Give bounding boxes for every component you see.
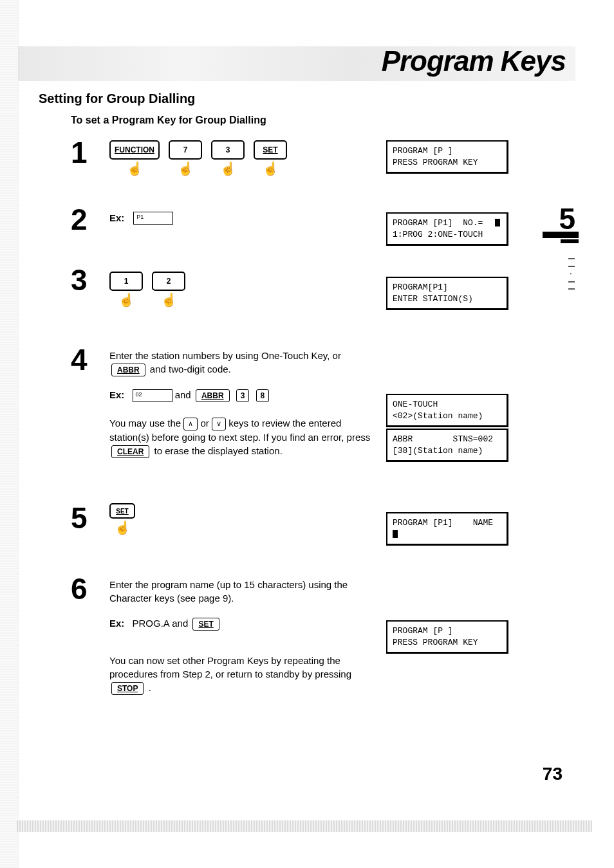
instruction-text: You may use the [109, 418, 183, 429]
edge-registration-marks: ⵏ ⵏ · ⵏ ⵏ [566, 257, 577, 291]
step-number: 5 [71, 503, 91, 533]
step-number: 3 [71, 265, 91, 295]
step-body: Enter the program name (up to 15 charact… [109, 574, 380, 701]
key-unit: SET ☝ [254, 140, 287, 175]
press-icon: ☝ [263, 162, 279, 175]
lcd-text: PROGRAM [P1] NAME [393, 518, 493, 528]
key-sequence: FUNCTION ☝ 7 ☝ 3 ☝ SET ☝ [109, 138, 287, 175]
press-icon: ☝ [220, 162, 236, 175]
clear-key[interactable]: CLEAR [111, 445, 149, 458]
lcd-display-1: PROGRAM [P ] PRESS PROGRAM KEY [386, 140, 508, 174]
key-unit: 7 ☝ [169, 140, 202, 175]
key-sequence: 1 ☝ 2 ☝ [109, 265, 185, 306]
key-label: SET [263, 145, 277, 154]
example-p1-key: P1 [133, 212, 173, 225]
set-key[interactable]: SET [109, 503, 135, 519]
press-icon: ☝ [178, 162, 194, 175]
step-2: 2 Ex: P1 [71, 205, 173, 234]
cursor-icon [495, 219, 500, 226]
instruction-text: Enter the station numbers by using One-T… [109, 350, 341, 361]
press-icon: ☝ [127, 162, 143, 175]
instruction-text: to erase the displayed station. [154, 445, 283, 456]
key-unit: SET ☝ [109, 503, 135, 534]
text: or [201, 418, 212, 429]
step-number: 2 [71, 205, 91, 234]
key-unit: 2 ☝ [152, 272, 185, 306]
key-label: SET [116, 508, 128, 515]
abbr-key[interactable]: ABBR [196, 389, 230, 402]
digit-8-key[interactable]: 8 [256, 389, 270, 402]
step-1: 1 FUNCTION ☝ 7 ☝ 3 ☝ SET ☝ [71, 138, 287, 175]
footer-band [17, 820, 592, 832]
lcd-display-4b: ABBR STNS=002 [38](Station name) [386, 429, 508, 462]
lcd-display-4a: ONE-TOUCH <02>(Station name) [386, 394, 508, 427]
example-text: PROG.A and [133, 618, 191, 629]
chapter-tab-number: 5 [559, 201, 575, 236]
step-3: 3 1 ☝ 2 ☝ [71, 265, 185, 306]
instruction-text: and two-digit code. [150, 364, 231, 374]
procedure-title: To set a Program Key for Group Dialling [71, 115, 266, 126]
step-number: 6 [71, 574, 91, 604]
example-label: Ex: [109, 618, 124, 629]
instruction-text: Enter the program name (up to 15 charact… [109, 578, 380, 605]
key-sequence: SET ☝ [109, 503, 135, 534]
page: Program Keys Setting for Group Dialling … [0, 0, 614, 868]
function-key[interactable]: FUNCTION [109, 140, 160, 160]
digit-7-key[interactable]: 7 [169, 140, 202, 160]
down-arrow-key[interactable]: ∨ [212, 418, 226, 430]
key-unit: 1 ☝ [109, 272, 143, 306]
example-label: Ex: [109, 211, 124, 225]
stop-key[interactable]: STOP [111, 682, 144, 695]
page-number: 73 [543, 764, 563, 784]
page-header-title: Program Keys [382, 45, 566, 77]
lcd-display-5: PROGRAM [P1] NAME [386, 512, 508, 546]
digit-2-key[interactable]: 2 [152, 272, 185, 291]
step-5: 5 SET ☝ [71, 503, 135, 534]
set-key[interactable]: SET [192, 618, 219, 631]
lcd-text: PROGRAM [P1] NO.= 1:PROG 2:ONE-TOUCH [393, 218, 483, 239]
key-label: FUNCTION [115, 145, 154, 154]
press-icon: ☝ [115, 521, 131, 534]
abbr-key[interactable]: ABBR [111, 364, 145, 376]
lcd-display-6: PROGRAM [P ] PRESS PROGRAM KEY [386, 620, 508, 654]
lcd-display-3: PROGRAM[P1] ENTER STATION(S) [386, 277, 508, 310]
press-icon: ☝ [118, 293, 135, 306]
chapter-tab-bar [561, 239, 579, 243]
step-body: Ex: P1 [109, 205, 173, 225]
chapter-tab-bar [543, 232, 579, 238]
step-6: 6 Enter the program name (up to 15 chara… [71, 574, 380, 701]
section-title: Setting for Group Dialling [39, 91, 195, 106]
example-02-key: 02 [133, 389, 172, 402]
instruction-text: You can now set other Program Keys by re… [109, 655, 351, 679]
digit-3-key[interactable]: 3 [211, 140, 245, 160]
digit-3-key[interactable]: 3 [236, 389, 250, 402]
step-body: Enter the station numbers by using One-T… [109, 345, 380, 465]
digit-1-key[interactable]: 1 [109, 272, 143, 291]
key-unit: FUNCTION ☝ [109, 140, 160, 175]
text: and [175, 389, 194, 400]
step-number: 4 [71, 345, 91, 374]
up-arrow-key[interactable]: ∧ [183, 418, 198, 430]
key-unit: 3 ☝ [211, 140, 245, 175]
press-icon: ☝ [161, 293, 177, 306]
scan-artifact-left [0, 0, 19, 868]
cursor-icon [393, 530, 398, 538]
step-number: 1 [71, 138, 91, 167]
lcd-display-2: PROGRAM [P1] NO.= 1:PROG 2:ONE-TOUCH [386, 212, 508, 246]
example-label: Ex: [109, 389, 124, 400]
step-4: 4 Enter the station numbers by using One… [71, 345, 380, 465]
text: . [149, 682, 151, 693]
set-key[interactable]: SET [254, 140, 287, 160]
